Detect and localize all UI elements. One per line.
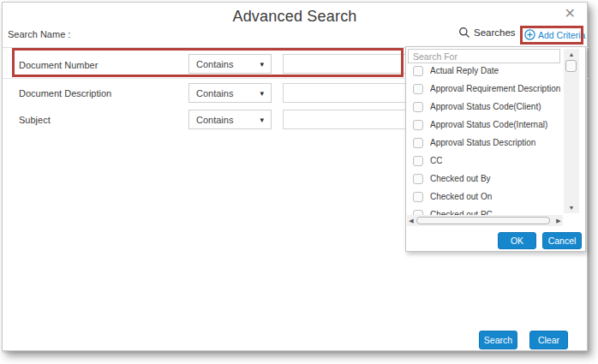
operator-value: Contains [196,88,233,98]
search-icon [458,27,470,39]
criteria-field-label: Document Number [19,60,98,70]
checkbox-icon[interactable] [413,138,423,148]
scroll-down-icon[interactable]: ▼ [564,203,579,212]
criteria-checkbox-item[interactable]: Checked out PC [408,206,562,215]
add-criteria-label: Add Criteria [538,30,585,40]
criteria-checkbox-item[interactable]: Approval Status Code(Client) [408,98,562,116]
screen: Advanced Search ✕ Search Name : Searches… [0,0,598,364]
scroll-left-icon[interactable]: ◀ [407,215,416,226]
cancel-button[interactable]: Cancel [542,232,582,249]
checkbox-icon[interactable] [413,156,423,166]
criteria-list: Actual Reply Date Approval Requirement D… [408,62,562,215]
add-criteria-plus-icon [524,29,535,40]
operator-select[interactable]: Contains ▾ [188,83,272,103]
clear-button[interactable]: Clear [529,331,568,349]
ok-button[interactable]: OK [498,232,536,249]
caret-down-icon: ▾ [260,116,264,124]
close-icon[interactable]: ✕ [565,5,576,22]
checkbox-icon[interactable] [413,102,423,112]
criteria-checkbox-item[interactable]: Approval Status Code(Internal) [408,116,562,134]
advanced-search-dialog: Advanced Search ✕ Search Name : Searches… [2,2,588,351]
checkbox-icon[interactable] [413,174,423,184]
criteria-checkbox-item[interactable]: CC [408,152,562,170]
checkbox-icon[interactable] [413,192,423,202]
search-button[interactable]: Search [479,331,517,349]
operator-select[interactable]: Contains ▾ [188,54,272,74]
add-criteria-panel: ▲ ▼ Actual Reply Date Approval Requireme… [405,46,586,252]
caret-down-icon: ▾ [260,60,264,69]
criteria-checkbox-item[interactable]: Actual Reply Date [408,62,562,80]
operator-select[interactable]: Contains ▾ [188,110,272,129]
criteria-field-label: Subject [19,115,51,125]
scroll-right-icon[interactable]: ▶ [554,215,563,226]
caret-down-icon: ▾ [260,89,264,98]
vertical-scrollbar-thumb[interactable] [565,60,577,72]
checkbox-icon[interactable] [413,120,423,130]
scroll-up-icon[interactable]: ▲ [564,50,579,59]
criteria-checkbox-item[interactable]: Approval Status Description [408,134,562,152]
operator-value: Contains [196,115,233,125]
checkbox-icon[interactable] [413,66,423,76]
vertical-scrollbar[interactable]: ▲ ▼ [564,49,579,213]
add-criteria-button[interactable]: Add Criteria [524,29,585,40]
searches-label: Searches [474,27,516,38]
criteria-checkbox-item[interactable]: Checked out On [408,188,562,206]
horizontal-scrollbar[interactable]: ◀ ▶ [407,215,563,226]
searches-button[interactable]: Searches [458,27,516,39]
operator-value: Contains [196,59,233,69]
criteria-checkbox-item[interactable]: Checked out By [408,170,562,188]
checkbox-icon[interactable] [413,84,423,94]
criteria-checkbox-item[interactable]: Approval Requirement Description [408,80,562,98]
dialog-title: Advanced Search [3,8,587,26]
criteria-field-label: Document Description [19,88,111,98]
horizontal-scrollbar-thumb[interactable] [416,217,550,224]
search-name-label: Search Name : [8,29,70,39]
